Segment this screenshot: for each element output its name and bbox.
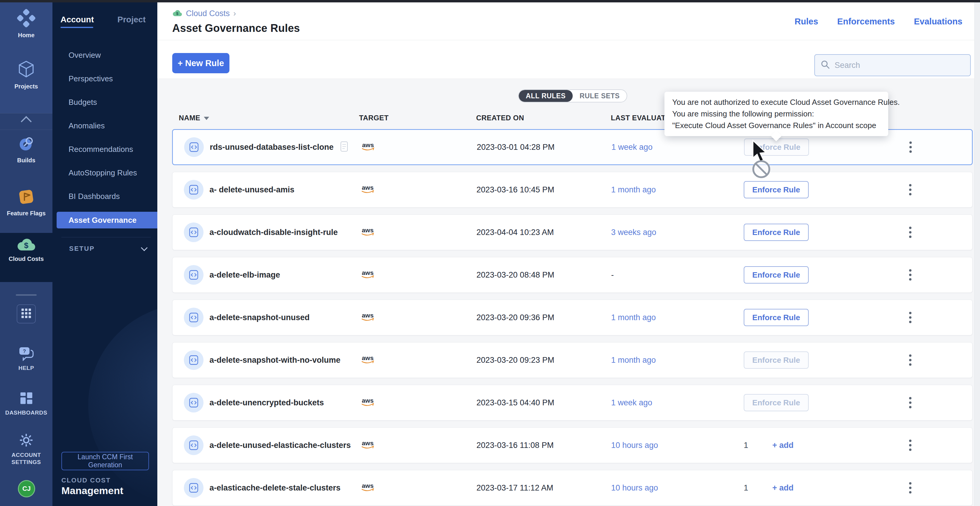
add-enforcement-link[interactable]: + add xyxy=(772,441,794,450)
table-row[interactable]: a-delete-snapshot-with-no-volume aws 202… xyxy=(172,342,972,378)
last-evaluation-link[interactable]: 1 month ago xyxy=(611,313,656,322)
created-on-cell: 2023-03-01 04:28 PM xyxy=(477,143,555,152)
rail-item-help[interactable]: ? HELP xyxy=(0,346,52,372)
toggle-all-rules[interactable]: ALL RULES xyxy=(519,90,573,102)
svg-text:aws: aws xyxy=(362,141,374,148)
breadcrumb-link[interactable]: Cloud Costs xyxy=(186,9,230,18)
enforce-rule-button[interactable]: Enforce Rule xyxy=(744,309,809,326)
rule-name: a-delete-elb-image xyxy=(210,270,280,280)
enforce-rule-button[interactable]: Enforce Rule xyxy=(744,181,809,198)
action-cell: Enforce Rule xyxy=(744,394,809,411)
created-on-cell: 2023-03-20 08:48 PM xyxy=(476,270,554,280)
rule-name: a-cloudwatch-disable-insight-rule xyxy=(210,228,338,237)
column-header-name[interactable]: NAME xyxy=(179,114,209,122)
rule-icon xyxy=(184,478,204,498)
action-cell: Enforce Rule xyxy=(744,181,809,198)
tab-account[interactable]: Account xyxy=(60,15,94,24)
rule-name: a- delete-unused-amis xyxy=(210,185,294,195)
rule-icon xyxy=(184,222,204,242)
tab-project[interactable]: Project xyxy=(118,15,146,24)
table-row[interactable]: a-delete-unused-elasticache-clusters aws… xyxy=(172,427,972,463)
nav-link-enforcements[interactable]: Enforcements xyxy=(837,17,895,27)
page-title: Asset Governance Rules xyxy=(172,22,300,35)
sidebar-item-label: Perspectives xyxy=(68,74,113,83)
enforce-rule-button[interactable]: Enforce Rule xyxy=(744,266,809,284)
rail-item-builds[interactable]: Builds xyxy=(0,135,52,164)
rail-item-cloud-costs[interactable]: $ Cloud Costs xyxy=(0,237,52,262)
row-menu-button[interactable] xyxy=(906,181,915,198)
sidebar-item-overview[interactable]: Overview xyxy=(52,43,158,67)
table-row[interactable]: a-delete-elb-image aws 2023-03-20 08:48 … xyxy=(172,257,972,293)
sidebar-item-budgets[interactable]: Budgets xyxy=(52,90,158,114)
target-cell: aws xyxy=(360,141,376,153)
rule-name-cell: a-delete-elb-image xyxy=(184,265,280,285)
rail-item-account-settings[interactable]: ACCOUNT SETTINGS xyxy=(0,432,52,466)
table-row[interactable]: a-delete-unencrypted-buckets aws 2023-03… xyxy=(172,385,972,420)
enforce-rule-button[interactable]: Enforce Rule xyxy=(744,224,809,241)
last-evaluation-link[interactable]: 3 weeks ago xyxy=(611,228,656,237)
rule-name-cell: a-delete-snapshot-unused xyxy=(184,308,310,327)
target-cell: aws xyxy=(360,226,376,239)
sidebar-item-bi-dashboards[interactable]: BI Dashboards xyxy=(52,185,158,208)
search-input[interactable] xyxy=(835,61,965,70)
table-row[interactable]: a- delete-unused-amis aws 2023-03-16 10:… xyxy=(172,172,972,208)
svg-text:aws: aws xyxy=(362,312,374,319)
sidebar-item-asset-governance[interactable]: Asset Governance xyxy=(57,212,158,228)
last-evaluation-link[interactable]: 1 week ago xyxy=(611,143,652,152)
table-row[interactable]: a-cloudwatch-disable-insight-rule aws 20… xyxy=(172,214,972,250)
copy-icon[interactable] xyxy=(340,141,348,153)
last-evaluation-link[interactable]: 10 hours ago xyxy=(611,441,658,450)
svg-text:aws: aws xyxy=(362,227,374,233)
aws-logo-icon: aws xyxy=(360,141,376,153)
table-row[interactable]: a-elasticache-delete-stale-clusters aws … xyxy=(172,470,972,506)
row-menu-button[interactable] xyxy=(906,309,915,326)
module-picker-button[interactable] xyxy=(17,305,36,324)
rail-item-feature-flags[interactable]: Feature Flags xyxy=(0,188,52,217)
flag-icon xyxy=(17,188,35,207)
sidebar-item-anomalies[interactable]: Anomalies xyxy=(52,114,158,138)
action-cell: Enforce Rule xyxy=(744,138,809,156)
sidebar-item-perspectives[interactable]: Perspectives xyxy=(52,67,158,90)
sidebar-item-label: BI Dashboards xyxy=(68,192,120,201)
app-window: Home Projects Builds xyxy=(0,0,980,506)
search-box xyxy=(815,54,971,76)
sidebar-item-recommendations[interactable]: Recommendations xyxy=(52,138,158,161)
rule-name-cell: a-delete-unused-elasticache-clusters xyxy=(184,435,351,455)
nav-link-evaluations[interactable]: Evaluations xyxy=(914,17,963,27)
launch-ccm-first-gen-button[interactable]: Launch CCM First Generation xyxy=(61,452,149,470)
page-header: $ Cloud Costs › Asset Governance Rules R… xyxy=(158,0,974,40)
rail-collapse-block[interactable] xyxy=(0,113,52,130)
permission-tooltip: You are not authorized to execute Cloud … xyxy=(665,92,888,136)
chevron-down-icon xyxy=(141,244,148,251)
target-cell: aws xyxy=(360,269,376,281)
sidebar-item-autostopping-rules[interactable]: AutoStopping Rules xyxy=(52,161,158,185)
row-menu-button[interactable] xyxy=(906,479,915,496)
table-row[interactable]: a-delete-snapshot-unused aws 2023-03-20 … xyxy=(172,300,972,335)
last-evaluation-link[interactable]: 1 month ago xyxy=(611,355,656,365)
add-enforcement-link[interactable]: + add xyxy=(772,483,794,493)
row-menu-button[interactable] xyxy=(906,224,915,241)
rail-item-dashboards[interactable]: DASHBOARDS xyxy=(0,391,52,416)
row-menu-button[interactable] xyxy=(906,351,915,369)
enforce-rule-button: Enforce Rule xyxy=(744,351,809,369)
cloud-costs-sidebar: Account Project OverviewPerspectivesBudg… xyxy=(52,0,158,506)
sort-desc-icon xyxy=(204,117,209,120)
action-cell: 1 + add xyxy=(744,483,794,493)
rail-item-projects[interactable]: Projects xyxy=(0,60,52,90)
aws-logo-icon: aws xyxy=(360,354,376,366)
scrollbar-track[interactable] xyxy=(974,0,980,506)
nav-link-rules[interactable]: Rules xyxy=(795,17,818,27)
setup-section-toggle[interactable]: SETUP xyxy=(69,245,146,252)
user-avatar[interactable]: CJ xyxy=(18,480,35,497)
last-evaluation-link[interactable]: 10 hours ago xyxy=(611,483,658,493)
sidebar-item-label: Budgets xyxy=(68,98,97,107)
new-rule-button[interactable]: + New Rule xyxy=(172,53,229,73)
last-evaluation-link[interactable]: 1 week ago xyxy=(611,398,652,408)
row-menu-button[interactable] xyxy=(906,436,915,454)
last-evaluation-link[interactable]: 1 month ago xyxy=(611,185,656,195)
toggle-rule-sets[interactable]: RULE SETS xyxy=(573,90,627,102)
rail-item-home[interactable]: Home xyxy=(0,8,52,39)
row-menu-button[interactable] xyxy=(906,394,915,411)
row-menu-button[interactable] xyxy=(907,138,915,156)
row-menu-button[interactable] xyxy=(906,266,915,284)
